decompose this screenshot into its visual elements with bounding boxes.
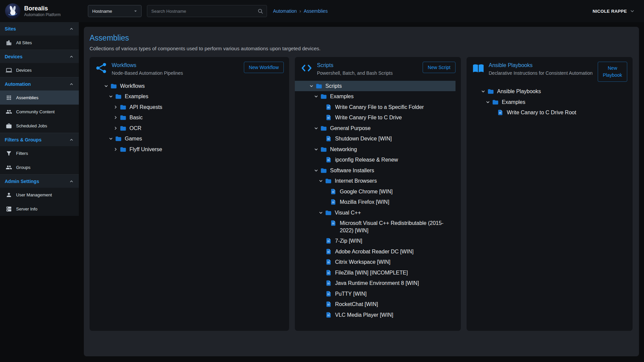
chevron-right-icon xyxy=(111,125,120,132)
tree-label: Internet Browsers xyxy=(335,177,377,185)
sidebar-item-server-info[interactable]: Server Info xyxy=(0,202,79,216)
tree-file-row[interactable]: RocketChat [WIN] xyxy=(295,299,455,310)
tree-file-row[interactable]: FileZilla [WIN] [INCOMPLETE] xyxy=(295,267,455,278)
card-ansible-playbooks: Ansible PlaybooksDeclarative Instruction… xyxy=(467,57,633,331)
sidebar-item-groups[interactable]: Groups xyxy=(0,160,79,174)
tree-scripts: ScriptsExamplesWrite Canary File to a Sp… xyxy=(295,81,455,320)
file-icon xyxy=(325,238,332,244)
tree-folder-row[interactable]: Visual C++ xyxy=(295,207,455,218)
tree-folder-row[interactable]: Networking xyxy=(295,144,455,155)
tree-label: 7-Zip [WIN] xyxy=(335,237,362,245)
chevron-down-icon xyxy=(106,93,115,100)
user-menu[interactable]: NICOLE RAPPE xyxy=(593,8,635,14)
tree-file-row[interactable]: VLC Media Player [WIN] xyxy=(295,310,455,320)
app-title: Borealis xyxy=(24,5,61,12)
tree-file-row[interactable]: Write Canary File to a Specific Folder xyxy=(295,102,455,113)
chevron-spacer xyxy=(321,188,330,195)
sidebar-item-user-management[interactable]: User Management xyxy=(0,188,79,202)
sidebar-section-label: Sites xyxy=(5,26,16,32)
tree-file-row[interactable]: 7-Zip [WIN] xyxy=(295,236,455,246)
sidebar-item-filters[interactable]: Filters xyxy=(0,146,79,160)
search-icon xyxy=(257,8,263,14)
sidebar-section-sites[interactable]: Sites xyxy=(0,22,79,36)
tree-file-row[interactable]: Mozilla Firefox [WIN] xyxy=(295,197,455,207)
sidebar-section-devices[interactable]: Devices xyxy=(0,50,79,63)
tree-folder-row[interactable]: General Purpose xyxy=(295,123,455,134)
tree-folder-row[interactable]: Flyff Universe xyxy=(90,144,284,155)
chevron-spacer xyxy=(316,248,325,255)
folder-icon xyxy=(115,135,122,142)
sidebar-section-automation[interactable]: Automation xyxy=(0,77,79,90)
tree-file-row[interactable]: Write Canary File to C Drive xyxy=(295,112,455,123)
chevron-spacer xyxy=(316,104,325,111)
tree-file-row[interactable]: Google Chrome [WIN] xyxy=(295,186,455,197)
tree-label: Java Runtime Environment 8 [WIN] xyxy=(335,280,419,287)
folder-icon xyxy=(487,88,494,95)
tree-label: Visual C++ xyxy=(335,209,361,217)
sidebar-item-community-content[interactable]: Community Content xyxy=(0,105,79,119)
sidebar-item-scheduled-jobs[interactable]: Scheduled Jobs xyxy=(0,119,79,133)
sidebar-section-filters-groups[interactable]: Filters & Groups xyxy=(0,133,79,146)
file-icon xyxy=(325,248,332,255)
card-titles: ScriptsPowershell, Batch, and Bash Scrip… xyxy=(317,62,419,76)
tree-label: General Purpose xyxy=(330,125,371,132)
tree-folder-row[interactable]: Games xyxy=(90,133,284,144)
chevron-down-icon xyxy=(316,209,325,216)
tree-label: RocketChat [WIN] xyxy=(335,301,378,308)
sidebar-item-devices[interactable]: Devices xyxy=(0,63,79,77)
hostname-select[interactable]: Hostname xyxy=(88,5,142,17)
tree-label: Games xyxy=(125,135,142,142)
tree-label: Google Chrome [WIN] xyxy=(340,188,392,195)
folder-icon xyxy=(320,167,327,174)
new-workflow-button[interactable]: New Workflow xyxy=(244,62,284,73)
tree-folder-row[interactable]: Ansible Playbooks xyxy=(467,86,627,97)
card-header: Ansible PlaybooksDeclarative Instruction… xyxy=(472,62,627,82)
tree-folder-row[interactable]: Examples xyxy=(467,97,627,108)
tree-file-row[interactable]: Java Runtime Environment 8 [WIN] xyxy=(295,278,455,289)
tree-label: Flyff Universe xyxy=(129,146,162,153)
tree-folder-row[interactable]: Workflows xyxy=(90,81,284,92)
tree-ansible-playbooks: Ansible PlaybooksExamplesWrite Canary to… xyxy=(467,86,627,118)
tree-label: API Requests xyxy=(129,104,162,111)
tree-label: VLC Media Player [WIN] xyxy=(335,311,393,319)
tree-folder-row[interactable]: Internet Browsers xyxy=(295,176,455,186)
cards-row: WorkflowsNode-Based Automation Pipelines… xyxy=(90,57,633,331)
sidebar-item-all-sites[interactable]: All Sites xyxy=(0,36,79,50)
tree-file-row[interactable]: Citrix Workspace [WIN] xyxy=(295,257,455,267)
chevron-right-icon xyxy=(111,146,120,153)
chevron-up-icon xyxy=(69,26,74,32)
tree-folder-row[interactable]: OCR xyxy=(90,123,284,134)
sidebar-item-assemblies[interactable]: Assemblies xyxy=(0,90,79,105)
tree-folder-row[interactable]: Examples xyxy=(90,91,284,102)
sidebar-item-label: Filters xyxy=(16,151,28,156)
breadcrumb-link-automation[interactable]: Automation xyxy=(273,8,297,14)
tree-folder-row[interactable]: Examples xyxy=(295,91,455,102)
chevron-spacer xyxy=(488,109,497,116)
new-script-button[interactable]: New Script xyxy=(423,62,455,73)
tree-file-row[interactable]: Microsoft Visual C++ Redistributable (20… xyxy=(295,218,455,236)
tree-file-row[interactable]: Shutdown Device [WIN] xyxy=(295,133,455,144)
card-workflows: WorkflowsNode-Based Automation Pipelines… xyxy=(90,57,289,331)
brand-text: Borealis Automation Platform xyxy=(24,5,61,17)
chevron-down-icon xyxy=(316,177,325,184)
folder-icon xyxy=(325,178,332,184)
new-ansible-playbook-button[interactable]: New Playbook xyxy=(598,62,627,82)
tree-folder-row[interactable]: Software Installers xyxy=(295,165,455,176)
sidebar-section-admin-settings[interactable]: Admin Settings xyxy=(0,174,79,188)
tree-file-row[interactable]: ipconfig Release & Renew xyxy=(295,155,455,165)
chevron-down-icon xyxy=(106,135,115,142)
folder-icon xyxy=(316,83,322,89)
breadcrumb-link-assemblies[interactable]: Assemblies xyxy=(304,8,328,14)
folder-icon xyxy=(110,83,117,89)
tree-file-row[interactable]: Write Canary to C Drive Root xyxy=(467,107,627,118)
tree-folder-row[interactable]: Basic xyxy=(90,112,284,123)
file-icon xyxy=(325,259,332,265)
tree-folder-row[interactable]: API Requests xyxy=(90,102,284,113)
folder-icon xyxy=(320,125,327,132)
chevron-down-icon xyxy=(312,125,320,132)
search-input[interactable] xyxy=(151,8,257,14)
tree-file-row[interactable]: PuTTY [WIN] xyxy=(295,289,455,299)
chevron-down-icon xyxy=(629,8,635,14)
tree-file-row[interactable]: Adobe Acrobat Reader DC [WIN] xyxy=(295,246,455,257)
tree-folder-row[interactable]: Scripts xyxy=(295,81,455,92)
